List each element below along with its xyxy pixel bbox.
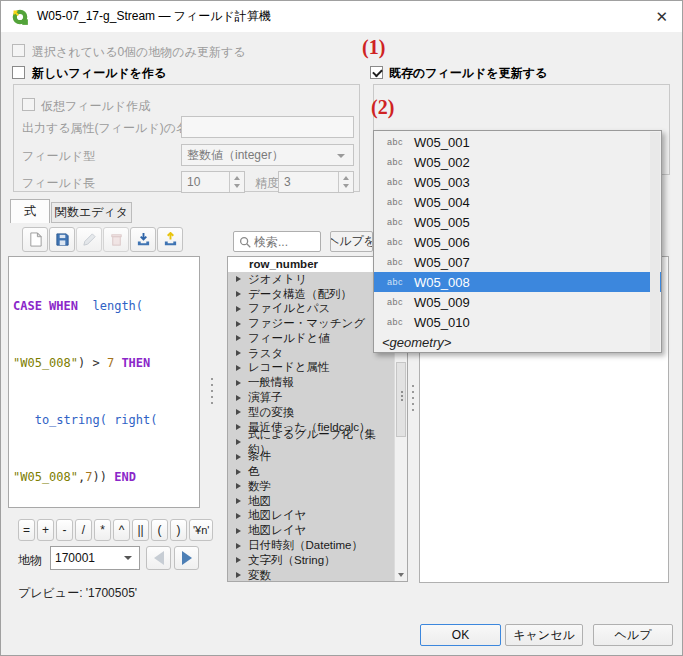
import-expressions-button[interactable] <box>130 227 156 252</box>
expand-icon <box>236 439 241 445</box>
field-length-value: 10 <box>187 175 200 189</box>
abc-type-icon: abc <box>387 137 414 147</box>
expand-icon <box>236 424 241 430</box>
close-icon[interactable]: ✕ <box>655 8 668 26</box>
create-new-field-checkbox[interactable] <box>12 66 25 79</box>
operator-equals-button[interactable]: = <box>18 519 35 541</box>
abc-type-icon: abc <box>387 197 414 207</box>
operator-open-paren-button[interactable]: ( <box>151 519 168 541</box>
function-group[interactable]: 地図レイヤ <box>228 509 407 524</box>
dropdown-item[interactable]: abcW05_006 <box>374 232 661 252</box>
splitter-handle[interactable] <box>210 378 214 408</box>
operator-buttons: = + - / * ^ || ( ) '¥n' <box>18 519 213 541</box>
operator-close-paren-button[interactable]: ) <box>170 519 187 541</box>
operator-divide-button[interactable]: / <box>75 519 92 541</box>
operator-minus-button[interactable]: - <box>56 519 73 541</box>
qgis-logo-icon <box>11 8 29 26</box>
search-icon <box>238 235 252 249</box>
save-expression-button[interactable] <box>49 227 75 252</box>
function-group[interactable]: 色 <box>228 464 407 479</box>
tab-expression-label: 式 <box>24 203 36 220</box>
annotation-2: (2) <box>371 96 394 119</box>
show-help-button[interactable]: ヘルプを <box>330 231 373 252</box>
expand-icon <box>236 306 241 312</box>
tab-expression[interactable]: 式 <box>10 199 50 223</box>
tab-function-editor-label: 関数エディタ <box>55 204 128 221</box>
virtual-field-label: 仮想フィールド作成 <box>41 98 150 115</box>
dropdown-item[interactable]: abcW05_002 <box>374 152 661 172</box>
update-existing-label[interactable]: 既存のフィールドを更新する <box>389 65 547 82</box>
operator-power-button[interactable]: ^ <box>113 519 130 541</box>
help-button[interactable]: ヘルプ <box>593 624 673 646</box>
function-group[interactable]: 変数 <box>228 568 407 582</box>
function-group[interactable]: 一般情報 <box>228 375 407 390</box>
expression-editor[interactable]: CASE WHEN length( "W05_008") > 7 THEN to… <box>8 256 200 508</box>
dropdown-item[interactable]: abcW05_001 <box>374 132 661 152</box>
ok-button[interactable]: OK <box>420 624 501 646</box>
expand-icon <box>236 350 241 356</box>
operator-plus-button[interactable]: + <box>37 519 54 541</box>
field-calculator-dialog: W05-07_17-g_Stream — フィールド計算機 ✕ 選択されている0… <box>0 0 683 656</box>
function-group[interactable]: 文字列（String） <box>228 553 407 568</box>
dropdown-item[interactable]: abcW05_010 <box>374 312 661 332</box>
function-group[interactable]: 地図レイヤ <box>228 523 407 538</box>
expand-icon <box>236 513 241 519</box>
feature-id-input[interactable] <box>55 549 115 567</box>
next-feature-button[interactable] <box>174 546 199 570</box>
scrollbar-thumb[interactable] <box>396 362 406 437</box>
preview-text: プレビュー: '1700505' <box>18 585 137 602</box>
new-expression-button[interactable] <box>22 227 48 252</box>
feature-id-combobox[interactable] <box>50 546 140 570</box>
function-group[interactable]: レコードと属性 <box>228 361 407 376</box>
field-dropdown-list: abcW05_001 abcW05_002 abcW05_003 abcW05_… <box>373 130 662 353</box>
function-group[interactable]: 地図 <box>228 494 407 509</box>
function-group[interactable]: 式によるグループ化（集約） <box>228 435 407 450</box>
function-group[interactable]: 型の変換 <box>228 405 407 420</box>
export-expressions-button[interactable] <box>157 227 183 252</box>
dropdown-item[interactable]: abcW05_005 <box>374 212 661 232</box>
stepper-arrows-icon <box>229 172 244 192</box>
expression-line: "W05_008") > 7 THEN <box>13 354 195 373</box>
delete-expression-button <box>103 227 129 252</box>
dropdown-item[interactable]: abcW05_007 <box>374 252 661 272</box>
expand-icon <box>236 380 241 386</box>
cancel-button[interactable]: キャンセル <box>505 624 583 646</box>
abc-type-icon: abc <box>387 237 414 247</box>
expand-icon <box>236 276 241 282</box>
precision-label: 精度 <box>255 175 279 192</box>
floppy-save-icon <box>55 232 70 247</box>
search-input[interactable] <box>254 233 318 250</box>
dropdown-item-geometry[interactable]: <geometry> <box>374 332 661 352</box>
splitter-handle[interactable] <box>411 385 415 415</box>
only-selected-label: 選択されている0個の地物のみ更新する <box>32 44 246 61</box>
function-group[interactable]: 日付時刻（Datetime） <box>228 538 407 553</box>
scroll-down-icon[interactable] <box>395 568 407 581</box>
dropdown-item[interactable]: abcW05_004 <box>374 192 661 212</box>
field-length-label: フィールド長 <box>22 175 95 192</box>
dropdown-scrollbar[interactable] <box>650 132 660 351</box>
expression-toolbar <box>22 227 183 252</box>
dropdown-item[interactable]: abcW05_009 <box>374 292 661 312</box>
operator-multiply-button[interactable]: * <box>94 519 111 541</box>
function-group[interactable]: 演算子 <box>228 390 407 405</box>
window-title: W05-07_17-g_Stream — フィールド計算機 <box>37 8 271 25</box>
field-type-select: 整数値（integer） <box>181 144 354 166</box>
function-group[interactable]: 数学 <box>228 479 407 494</box>
chevron-down-icon[interactable] <box>117 547 139 569</box>
update-existing-checkbox[interactable] <box>370 66 383 79</box>
output-name-input <box>181 116 354 138</box>
import-arrow-down-icon <box>136 232 151 247</box>
expand-icon <box>236 528 241 534</box>
output-name-label: 出力する属性(フィールド)の名前 <box>22 120 200 137</box>
operator-newline-button[interactable]: '¥n' <box>189 519 213 541</box>
edit-expression-button <box>76 227 102 252</box>
function-search[interactable] <box>233 231 321 252</box>
dropdown-item-selected[interactable]: abcW05_008 <box>374 272 661 292</box>
expand-icon <box>236 291 241 297</box>
operator-concat-button[interactable]: || <box>132 519 149 541</box>
tab-function-editor[interactable]: 関数エディタ <box>51 202 132 223</box>
expand-icon <box>236 498 241 504</box>
dropdown-item[interactable]: abcW05_003 <box>374 172 661 192</box>
create-new-field-label[interactable]: 新しいフィールドを作る <box>32 65 166 82</box>
trash-icon <box>109 232 124 247</box>
